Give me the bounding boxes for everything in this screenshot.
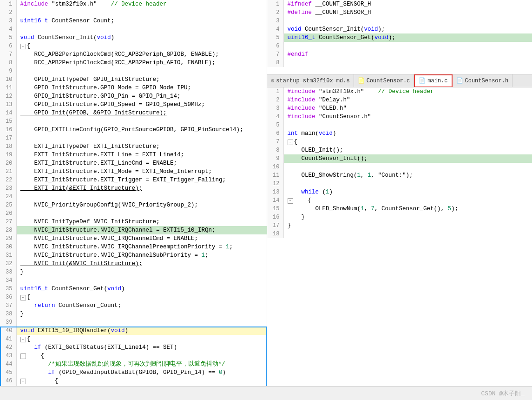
line-number: 1 xyxy=(0,0,16,8)
table-row: 15 OLED_ShowNum(1, 7, CountSensor_Get(),… xyxy=(267,205,532,213)
line-number: 2 xyxy=(267,8,283,17)
line-number: 12 xyxy=(267,180,283,188)
right-top-scroll[interactable]: 1#ifndef __COUNT_SENSOR_H2#define __COUN… xyxy=(267,0,532,74)
tab-main_c[interactable]: 📄main.c xyxy=(414,74,452,87)
table-row: 21 EXTI_InitStructure.EXTI_Mode = EXTI_M… xyxy=(0,167,267,176)
table-row: 40void EXTI15_10_IRQHandler(void) xyxy=(0,327,267,335)
table-row: 24 xyxy=(0,193,267,201)
line-content: RCC_APB2PeriphClockCmd(RCC_APB2Periph_GP… xyxy=(16,50,267,59)
table-row: 32 NVIC_Init(&NVIC_InitStructure); xyxy=(0,260,267,268)
table-row: 8 xyxy=(267,59,532,67)
line-number: 8 xyxy=(267,59,283,67)
tab-icon: ⚙ xyxy=(271,77,274,84)
table-row: 4void CountSensor_Init(void); xyxy=(267,25,532,33)
table-row: 23 EXTI_Init(&EXTI_InitStructure); xyxy=(0,184,267,193)
tab-countsensor_c[interactable]: 📄CountSensor.c xyxy=(354,74,414,87)
table-row: 10 GPIO_InitTypeDef GPIO_InitStructure; xyxy=(0,75,267,84)
table-row: 6int main(void) xyxy=(267,129,532,138)
table-row: 25 NVIC_PriorityGroupConfig(NVIC_Priorit… xyxy=(0,201,267,209)
line-number: 6 xyxy=(267,42,283,50)
right-bottom-scroll[interactable]: 1#include "stm32f10x.h" // Device header… xyxy=(267,87,532,386)
line-number: 21 xyxy=(0,167,16,176)
tab-startup_stm32f10x_md_s[interactable]: ⚙startup_stm32f10x_md.s xyxy=(267,74,354,87)
table-row: 4#include "CountSensor.h" xyxy=(267,113,532,121)
tab-countsensor_h[interactable]: 📄CountSensor.h xyxy=(453,74,513,87)
line-number: 11 xyxy=(267,171,283,180)
line-content: #include "Delay.h" xyxy=(283,96,532,104)
table-row: 7#endif xyxy=(267,50,532,59)
line-content xyxy=(16,67,267,75)
collapse-btn[interactable]: - xyxy=(20,337,26,342)
collapse-btn[interactable]: - xyxy=(20,379,26,384)
table-row: 2#include "Delay.h" xyxy=(267,96,532,104)
watermark: CSDN @木子阳_ xyxy=(481,389,525,398)
table-row: 39 xyxy=(0,318,267,327)
line-number: 9 xyxy=(267,154,283,163)
line-content: void CountSensor_Init(void); xyxy=(283,25,532,33)
collapse-btn[interactable]: - xyxy=(20,44,26,49)
tab-icon: 📄 xyxy=(358,77,365,84)
line-content: return CountSensor_Count; xyxy=(16,301,267,310)
collapse-btn[interactable]: - xyxy=(20,353,26,359)
table-row: 28 NVIC_InitStructure.NVIC_IRQChannel = … xyxy=(0,226,267,234)
line-content: RCC_APB2PeriphClockCmd(RCC_APB2Periph_AF… xyxy=(16,59,267,67)
tab-bar: ⚙startup_stm32f10x_md.s📄CountSensor.c📄ma… xyxy=(267,74,532,87)
right-top-code-table: 1#ifndef __COUNT_SENSOR_H2#define __COUN… xyxy=(267,0,532,67)
line-content: NVIC_InitStructure.NVIC_IRQChannel = EXT… xyxy=(16,226,267,234)
line-content: EXTI_InitStructure.EXTI_Mode = EXTI_Mode… xyxy=(16,167,267,176)
table-row: 16 GPIO_EXTILineConfig(GPIO_PortSourceGP… xyxy=(0,126,267,134)
line-content: NVIC_InitStructure.NVIC_IRQChannelPreemp… xyxy=(16,243,267,251)
collapse-btn[interactable]: - xyxy=(288,140,293,145)
table-row: 45 if (GPIO_ReadInputDataBit(GPIOB, GPIO… xyxy=(0,368,267,377)
line-number: 8 xyxy=(267,146,283,154)
table-row: 1#include "stm32f10x.h" // Device header xyxy=(0,0,267,8)
line-number: 45 xyxy=(0,368,16,377)
line-content: NVIC_InitStructure.NVIC_IRQChannelCmd = … xyxy=(16,234,267,243)
line-content: int main(void) xyxy=(283,129,532,138)
line-number: 34 xyxy=(0,276,16,285)
line-content: - { xyxy=(283,196,532,205)
line-content: uint16_t CountSensor_Count; xyxy=(16,17,267,25)
table-row: 35uint16_t CountSensor_Get(void) xyxy=(0,285,267,293)
line-content: if (GPIO_ReadInputDataBit(GPIOB, GPIO_Pi… xyxy=(16,368,267,377)
line-content: uint16_t CountSensor_Get(void) xyxy=(16,285,267,293)
line-number: 3 xyxy=(267,104,283,113)
line-number: 23 xyxy=(0,184,16,193)
line-content: -{ xyxy=(16,293,267,301)
right-code-area: 1#include "stm32f10x.h" // Device header… xyxy=(267,87,532,386)
line-content: #include "stm32f10x.h" // Device header xyxy=(16,0,267,8)
line-number: 7 xyxy=(0,50,16,59)
line-content xyxy=(16,8,267,17)
line-number: 35 xyxy=(0,285,16,293)
left-code-table: 1#include "stm32f10x.h" // Device header… xyxy=(0,0,267,386)
line-content: #define __COUNT_SENSOR_H xyxy=(283,8,532,17)
line-number: 10 xyxy=(0,75,16,84)
table-row: 8 RCC_APB2PeriphClockCmd(RCC_APB2Periph_… xyxy=(0,59,267,67)
collapse-btn[interactable]: - xyxy=(20,295,26,300)
line-number: 15 xyxy=(267,205,283,213)
table-row: 15 xyxy=(0,117,267,126)
line-number: 18 xyxy=(267,230,283,238)
line-number: 14 xyxy=(267,196,283,205)
line-content xyxy=(16,209,267,218)
collapse-btn[interactable]: - xyxy=(288,198,293,204)
left-scroll-area[interactable]: 1#include "stm32f10x.h" // Device header… xyxy=(0,0,267,386)
line-content: EXTI_InitStructure.EXTI_Line = EXTI_Line… xyxy=(16,151,267,159)
table-row: 34 xyxy=(0,276,267,285)
line-number: 17 xyxy=(0,134,16,142)
line-content: EXTI_Init(&EXTI_InitStructure); xyxy=(16,184,267,193)
line-number: 7 xyxy=(267,50,283,59)
table-row: 44 /*如果出现数据乱跳的现象，可再次判断引脚电平，以避免抖动*/ xyxy=(0,360,267,368)
table-row: 8 OLED_Init(); xyxy=(267,146,532,154)
table-row: 14 GPIO_Init(GPIOB, &GPIO_InitStructure)… xyxy=(0,109,267,117)
table-row: 41-{ xyxy=(0,335,267,343)
line-number: 32 xyxy=(0,260,16,268)
line-number: 41 xyxy=(0,335,16,343)
line-content: uint16_t CountSensor_Get(void); xyxy=(283,33,532,42)
line-content xyxy=(16,117,267,126)
line-number: 26 xyxy=(0,209,16,218)
line-content xyxy=(283,163,532,171)
line-content: /*如果出现数据乱跳的现象，可再次判断引脚电平，以避免抖动*/ xyxy=(16,360,267,368)
table-row: 33} xyxy=(0,268,267,276)
table-row: 31 NVIC_InitStructure.NVIC_IRQChannelSub… xyxy=(0,251,267,260)
